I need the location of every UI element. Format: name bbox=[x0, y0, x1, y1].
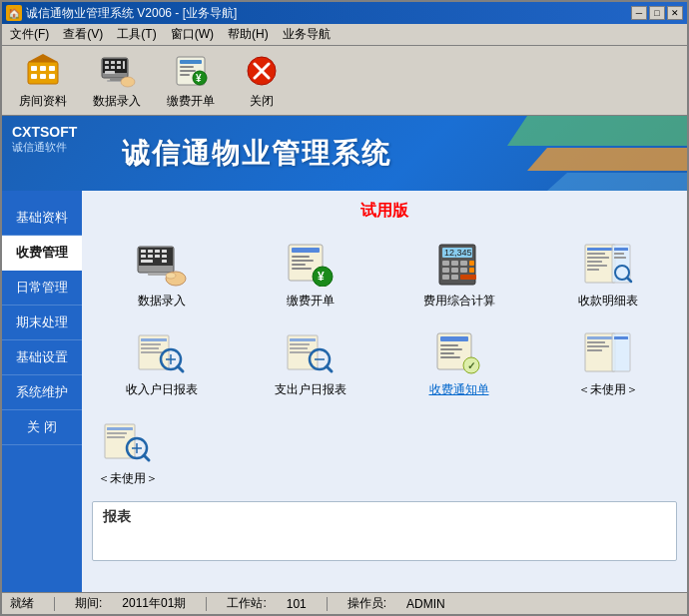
sidebar-item-daily[interactable]: 日常管理 bbox=[2, 271, 82, 306]
svg-rect-22 bbox=[180, 60, 202, 64]
svg-rect-43 bbox=[162, 255, 167, 258]
icon-receipt-label: 收款明细表 bbox=[578, 293, 638, 309]
icon-pay-bill[interactable]: ¥ 缴费开单 bbox=[241, 235, 379, 315]
sidebar: 基础资料 收费管理 日常管理 期末处理 基础设置 系统维护 关 闭 bbox=[2, 191, 82, 592]
svg-rect-42 bbox=[155, 255, 160, 258]
icon-data-entry[interactable]: 数据录入 bbox=[92, 235, 231, 315]
svg-point-48 bbox=[166, 273, 176, 279]
svg-rect-96 bbox=[290, 347, 308, 349]
svg-rect-110 bbox=[587, 336, 613, 339]
svg-rect-3 bbox=[49, 66, 55, 71]
minimize-button[interactable]: ─ bbox=[631, 6, 647, 20]
svg-rect-119 bbox=[107, 436, 125, 438]
svg-rect-38 bbox=[155, 250, 160, 253]
svg-rect-118 bbox=[107, 432, 127, 434]
window-controls: ─ □ ✕ bbox=[631, 6, 683, 20]
icon-fee-calc[interactable]: 12,345 bbox=[389, 235, 528, 315]
divider3 bbox=[327, 597, 328, 611]
icon-income-daily[interactable]: 收入户日报表 bbox=[92, 323, 231, 404]
banner-decoration bbox=[467, 116, 687, 191]
toolbar-room-label: 房间资料 bbox=[19, 93, 67, 110]
toolbar-pay-bill[interactable]: ¥ 缴费开单 bbox=[158, 46, 224, 115]
close-icon bbox=[242, 51, 282, 91]
fee-calc-img: 12,345 bbox=[433, 241, 485, 289]
icon-data-entry-label: 数据录入 bbox=[138, 293, 186, 309]
svg-rect-112 bbox=[587, 345, 609, 347]
toolbar-data-label: 数据录入 bbox=[93, 93, 141, 110]
icon-expense-daily[interactable]: 支出户日报表 bbox=[241, 323, 379, 404]
banner-title: 诚信通物业管理系统 bbox=[122, 135, 391, 173]
svg-rect-61 bbox=[451, 261, 458, 266]
svg-marker-33 bbox=[547, 173, 687, 191]
icon-unused-2[interactable]: ＜未使用＞ bbox=[92, 412, 164, 493]
icon-unused-1[interactable]: ＜未使用＞ bbox=[538, 323, 677, 404]
svg-point-20 bbox=[121, 77, 135, 87]
svg-rect-19 bbox=[105, 71, 115, 74]
toolbar-close[interactable]: 关闭 bbox=[232, 46, 292, 115]
report-area: 报表 bbox=[92, 501, 677, 561]
svg-rect-87 bbox=[141, 347, 159, 349]
expense-daily-img bbox=[285, 329, 337, 377]
content-wrapper: 基础资料 收费管理 日常管理 期末处理 基础设置 系统维护 关 闭 试用版 bbox=[2, 191, 687, 592]
svg-rect-1 bbox=[31, 66, 37, 71]
svg-rect-69 bbox=[451, 275, 458, 280]
sidebar-item-basic[interactable]: 基础资料 bbox=[2, 201, 82, 236]
svg-rect-5 bbox=[40, 74, 46, 79]
svg-rect-67 bbox=[469, 268, 474, 273]
svg-rect-44 bbox=[141, 260, 153, 263]
icon-income-daily-label: 收入户日报表 bbox=[126, 381, 198, 398]
period-value: 2011年01期 bbox=[122, 595, 186, 612]
icon-fee-notice[interactable]: ✓ 收费通知单 bbox=[389, 323, 528, 404]
operator-label: 操作员: bbox=[347, 595, 386, 612]
menu-file[interactable]: 文件(F) bbox=[4, 24, 55, 45]
sidebar-item-settings[interactable]: 基础设置 bbox=[2, 340, 82, 375]
svg-text:12,345: 12,345 bbox=[444, 248, 472, 258]
menu-help[interactable]: 帮助(H) bbox=[222, 24, 275, 45]
svg-rect-14 bbox=[111, 66, 115, 69]
menu-view[interactable]: 查看(V) bbox=[57, 24, 109, 45]
svg-rect-63 bbox=[469, 261, 474, 266]
sidebar-item-close[interactable]: 关 闭 bbox=[2, 410, 82, 445]
icon-fee-notice-label: 收费通知单 bbox=[429, 381, 489, 398]
banner-logo-area: CXTSOFT 诚信通软件 bbox=[12, 124, 77, 155]
svg-rect-65 bbox=[451, 268, 458, 273]
svg-rect-52 bbox=[292, 260, 314, 262]
svg-rect-50 bbox=[292, 248, 320, 253]
maximize-button[interactable]: □ bbox=[649, 6, 665, 20]
menu-window[interactable]: 窗口(W) bbox=[165, 24, 220, 45]
icon-pay-bill-label: 缴费开单 bbox=[287, 293, 335, 309]
data-entry-icon bbox=[97, 51, 137, 91]
income-daily-img bbox=[136, 329, 188, 377]
menu-tools[interactable]: 工具(T) bbox=[111, 24, 162, 45]
sidebar-item-period[interactable]: 期末处理 bbox=[2, 306, 82, 340]
pay-bill-img: ¥ bbox=[285, 241, 337, 289]
icons-row2: 收入户日报表 bbox=[92, 323, 677, 404]
svg-marker-7 bbox=[28, 54, 58, 62]
menu-nav[interactable]: 业务导航 bbox=[277, 24, 337, 45]
svg-rect-6 bbox=[49, 74, 55, 79]
close-button[interactable]: ✕ bbox=[667, 6, 683, 20]
period-label: 期间: bbox=[75, 595, 102, 612]
toolbar-room-info[interactable]: 房间资料 bbox=[10, 46, 76, 115]
svg-rect-45 bbox=[162, 260, 167, 263]
svg-text:¥: ¥ bbox=[318, 270, 325, 284]
banner-logo: CXTSOFT bbox=[12, 124, 77, 140]
svg-rect-16 bbox=[123, 61, 125, 69]
icon-expense-daily-label: 支出户日报表 bbox=[275, 381, 346, 398]
receipt-img bbox=[582, 241, 634, 289]
toolbar-data-entry[interactable]: 数据录入 bbox=[84, 46, 150, 115]
sidebar-item-system[interactable]: 系统维护 bbox=[2, 375, 82, 410]
toolbar: 房间资料 bbox=[2, 46, 687, 116]
svg-rect-86 bbox=[141, 343, 161, 345]
header-banner: CXTSOFT 诚信通软件 诚信通物业管理系统 bbox=[2, 116, 687, 191]
svg-rect-64 bbox=[442, 268, 449, 273]
svg-rect-74 bbox=[587, 257, 609, 259]
svg-text:¥: ¥ bbox=[196, 73, 202, 84]
operator-value: ADMIN bbox=[406, 597, 445, 611]
menu-bar: 文件(F) 查看(V) 工具(T) 窗口(W) 帮助(H) 业务导航 bbox=[2, 24, 687, 46]
sidebar-item-fee[interactable]: 收费管理 bbox=[2, 236, 82, 271]
svg-rect-10 bbox=[105, 61, 109, 64]
svg-rect-117 bbox=[107, 427, 133, 430]
icon-receipt[interactable]: 收款明细表 bbox=[538, 235, 677, 315]
title-bar-left: 🏠 诚信通物业管理系统 V2006 - [业务导航] bbox=[6, 5, 237, 22]
